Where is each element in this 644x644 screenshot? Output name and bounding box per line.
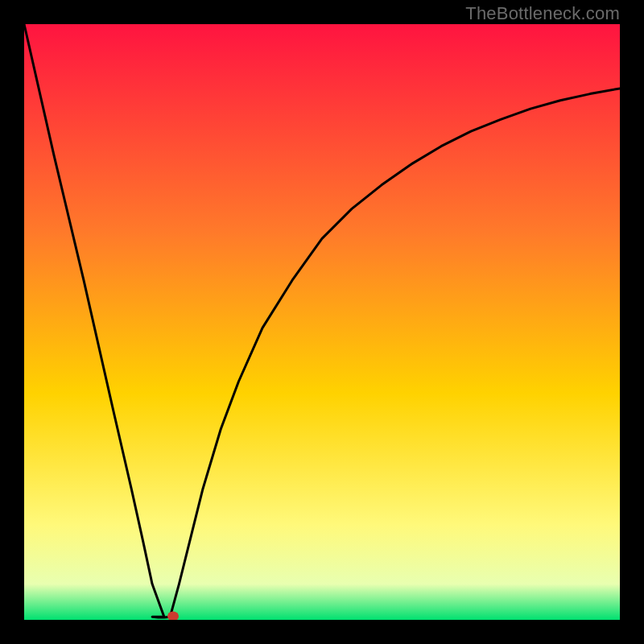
chart-area xyxy=(24,24,620,620)
gradient-bg xyxy=(24,24,620,620)
chart-svg xyxy=(24,24,620,620)
watermark-text: TheBottleneck.com xyxy=(465,3,620,24)
